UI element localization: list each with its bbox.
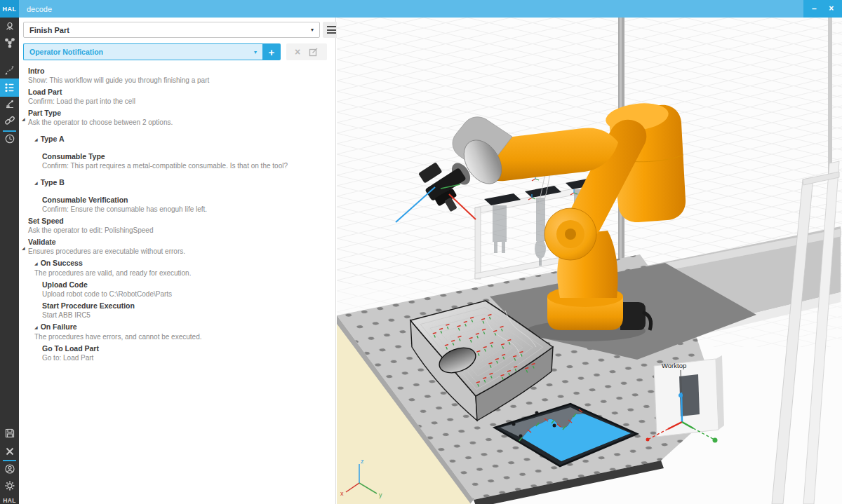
add-node-button[interactable]: + xyxy=(262,43,281,60)
tree-item-desc: Go to: Load Part xyxy=(42,353,328,362)
close-button[interactable]: × xyxy=(825,0,838,18)
tree-item-desc: Show: This workflow will guide you throu… xyxy=(28,76,328,85)
node-type-select[interactable]: Operator Notification ▾ xyxy=(23,43,262,60)
tree-item-desc: Confirm: Load the part into the cell xyxy=(28,97,328,106)
tree-item[interactable]: ◢Type B xyxy=(34,177,328,188)
axis-y-label: y xyxy=(379,491,382,498)
app-window: HAL decode – × xyxy=(0,0,842,504)
delete-node-button[interactable]: × xyxy=(295,47,300,57)
frame-icon[interactable] xyxy=(0,21,19,32)
tree-item-title: Start Procedure Execution xyxy=(42,301,135,310)
workflow-tree: IntroShow: This workflow will guide you … xyxy=(19,64,328,365)
rail-divider-bottom xyxy=(3,460,16,461)
tree-item-title: Type A xyxy=(41,135,65,143)
edit-node-button[interactable] xyxy=(309,47,319,57)
tree-item[interactable]: Go To Load PartGo to: Load Part xyxy=(42,343,328,362)
tree-item[interactable]: Consumable VerificationConfirm: Ensure t… xyxy=(42,195,328,214)
scene-3d: Worktop z x y xyxy=(337,18,842,504)
history-icon[interactable] xyxy=(0,133,19,144)
tree-item-title: Type B xyxy=(41,178,65,186)
expand-arrow-icon[interactable]: ◢ xyxy=(34,325,38,329)
tree-item[interactable]: Set SpeedAsk the operator to edit: Polis… xyxy=(28,216,328,235)
tree-item[interactable]: ◢Part TypeAsk the operator to choose bet… xyxy=(28,108,328,127)
tree-item[interactable]: Start Procedure ExecutionStart ABB IRC5 xyxy=(42,301,328,320)
tree-item-title: Consumable Type xyxy=(42,152,105,161)
tree-item-title: Set Speed xyxy=(28,217,64,225)
window-controls: – × xyxy=(803,0,842,18)
tree-item[interactable]: ◢ValidateEnsures procedures are executab… xyxy=(28,237,328,256)
icon-rail: HAL xyxy=(0,18,19,504)
tree-item-title: Validate xyxy=(28,238,56,246)
workflow-select-value: Finish Part xyxy=(29,26,69,34)
minimize-button[interactable]: – xyxy=(808,0,820,18)
tree-item-desc: Confirm: Ensure the consumable has enogu… xyxy=(42,205,328,214)
tree-item[interactable]: ◢On SuccessThe procedures are valid, and… xyxy=(34,258,328,278)
tree-item[interactable]: IntroShow: This workflow will guide you … xyxy=(28,66,328,85)
expand-arrow-icon[interactable]: ◢ xyxy=(34,180,38,185)
node-type-select-value: Operator Notification xyxy=(29,48,103,56)
workflow-toolbar: Finish Part ▾ xyxy=(23,22,340,38)
axis-x-label: x xyxy=(340,490,344,497)
tree-item-desc: The procedures are valid, and ready for … xyxy=(34,268,328,278)
axis-z-label: z xyxy=(361,458,364,465)
tree-item-desc: Upload robot code to C:\RobotCode\Parts xyxy=(42,290,328,299)
title-bar: HAL decode – × xyxy=(0,0,842,18)
procedures-icon[interactable] xyxy=(0,79,19,97)
tree-item[interactable]: Upload CodeUpload robot code to C:\Robot… xyxy=(42,280,328,299)
tree-item-desc: The procedures have errors, and cannot b… xyxy=(34,332,328,341)
expand-arrow-icon[interactable]: ◢ xyxy=(22,114,25,124)
hal-logo: HAL xyxy=(0,0,19,18)
tree-item-desc: Ask the operator to choose between 2 opt… xyxy=(28,118,328,127)
tree-item-title: Go To Load Part xyxy=(42,344,99,353)
chevron-down-icon: ▾ xyxy=(311,27,314,33)
viewport-3d[interactable]: Worktop z x y xyxy=(337,18,842,504)
tree-item-title: On Success xyxy=(41,259,83,267)
settings-gear-icon[interactable] xyxy=(0,480,19,491)
node-toolbar: Operator Notification ▾ + × xyxy=(23,43,327,60)
tree-item-title: Load Part xyxy=(28,88,62,96)
graph-icon[interactable] xyxy=(0,37,19,48)
tree-item-title: Upload Code xyxy=(42,280,88,289)
save-icon[interactable] xyxy=(0,428,19,439)
expand-arrow-icon[interactable]: ◢ xyxy=(34,137,38,142)
expand-arrow-icon[interactable]: ◢ xyxy=(34,261,38,266)
window-title: decode xyxy=(27,0,52,18)
tree-item-desc: Ask the operator to edit: PolishingSpeed xyxy=(28,226,328,235)
tree-item[interactable]: ◢Type A xyxy=(34,134,328,144)
tree-item-title: Part Type xyxy=(28,109,61,117)
worktop-label: Worktop xyxy=(662,362,686,369)
link-icon[interactable] xyxy=(0,115,19,126)
cell-icon[interactable] xyxy=(0,98,19,109)
tree-item-desc: Confirm: This part requires a metal-comp… xyxy=(42,161,328,170)
rail-brand: HAL xyxy=(3,497,16,504)
tree-item-title: Intro xyxy=(28,67,44,75)
tree-item-desc: Ensures procedures are executable withou… xyxy=(28,247,328,256)
chevron-down-icon: ▾ xyxy=(254,49,257,55)
close-session-icon[interactable] xyxy=(0,446,19,457)
tree-item-desc: Start ABB IRC5 xyxy=(42,311,328,320)
tree-item[interactable]: ◢On FailureThe procedures have errors, a… xyxy=(34,322,328,341)
node-tools: × xyxy=(286,43,327,60)
user-icon[interactable] xyxy=(0,463,19,475)
workflow-select[interactable]: Finish Part ▾ xyxy=(23,22,320,38)
tree-item-title: On Failure xyxy=(41,322,77,331)
rail-divider-top xyxy=(3,130,16,132)
expand-arrow-icon[interactable]: ◢ xyxy=(22,243,25,253)
tree-item[interactable]: Load PartConfirm: Load the part into the… xyxy=(28,87,328,106)
toolpath-icon[interactable] xyxy=(0,64,19,76)
workflow-panel: Finish Part ▾ Operator Notification ▾ + … xyxy=(19,18,336,504)
tree-item-title: Consumable Verification xyxy=(42,196,128,204)
tree-item[interactable]: Consumable TypeConfirm: This part requir… xyxy=(42,151,328,170)
